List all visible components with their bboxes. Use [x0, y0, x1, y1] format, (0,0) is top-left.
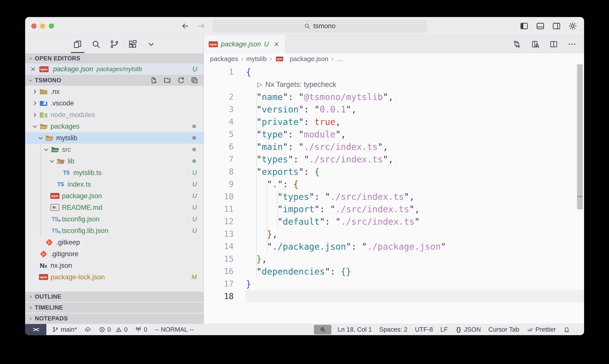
status-language-mode[interactable]: {}JSON [455, 326, 481, 333]
code-line-15[interactable]: 15 }, [204, 253, 584, 265]
code-line-4[interactable]: 4 "private": true, [204, 116, 584, 128]
tree-item-gitkeep[interactable]: .gitkeep [25, 236, 203, 248]
new-file-button[interactable] [150, 76, 158, 84]
activity-item-source-control[interactable] [109, 35, 119, 53]
codelens-row[interactable]: ▷Nx Targets: typecheck [204, 78, 584, 91]
close-editor-icon[interactable] [30, 66, 36, 72]
scrollbar-thumb[interactable] [577, 64, 583, 196]
more-actions-button[interactable] [568, 39, 577, 49]
open-editor-item[interactable]: npm package.json packages/mytslib U [25, 64, 203, 75]
status-cursor-position[interactable]: Ln 18, Col 1 [337, 326, 372, 333]
tree-item-package-lock-json[interactable]: npmpackage-lock.jsonM [25, 271, 203, 283]
code-line-9[interactable]: 9 ".": { [204, 178, 584, 190]
status-formatter[interactable]: Prettier [527, 326, 556, 333]
status-zoom-indicator[interactable] [314, 325, 331, 335]
collapse-folders-button[interactable] [190, 76, 199, 84]
code-line-14[interactable]: 14 "./package.json": "./package.json" [204, 240, 584, 253]
activity-item-more-views[interactable] [146, 35, 156, 53]
new-folder-button[interactable] [163, 76, 171, 84]
forward-button[interactable] [197, 22, 206, 30]
code-editor[interactable]: 1{▷Nx Targets: typecheck2 "name": "@tsmo… [204, 64, 584, 324]
close-tab-icon[interactable] [273, 41, 280, 48]
tree-item-packages[interactable]: packages [25, 120, 203, 132]
code-line-12[interactable]: 12 "default": "./src/index.ts" [204, 215, 584, 228]
open-editors-header[interactable]: OPEN EDITORS [25, 53, 203, 64]
tree-item-lib[interactable]: lib [25, 155, 203, 167]
refresh-explorer-button[interactable] [177, 76, 185, 84]
code-line-18[interactable]: 18 [204, 290, 584, 302]
codelens-action[interactable]: ▷Nx Targets: typecheck [246, 80, 336, 89]
code-line-16[interactable]: 16 "dependencies": {} [204, 265, 584, 278]
back-button[interactable] [181, 22, 190, 30]
tab-package-json[interactable]: npm package.json U [204, 35, 285, 53]
tree-item-tsconfig-json[interactable]: TS⚙tsconfig.jsonU [25, 213, 203, 225]
tree-item-node-modules[interactable]: JSnode_modules [25, 109, 203, 120]
status-encoding[interactable]: UTF-8 [415, 326, 433, 333]
code-line-17[interactable]: 17} [204, 278, 584, 290]
tree-item-nx[interactable]: .nx [25, 86, 203, 97]
close-window-button[interactable] [31, 23, 37, 29]
open-changes-editor-button[interactable] [531, 39, 540, 49]
tree-item-nx-json[interactable]: Nxnx.json [25, 260, 203, 271]
status-eol[interactable]: LF [440, 326, 448, 333]
command-center-search[interactable]: tsmono [213, 20, 426, 32]
tree-item-package-json[interactable]: npmpackage.jsonU [25, 190, 203, 202]
layout-panel-icon[interactable] [535, 21, 545, 31]
status-notifications[interactable] [563, 326, 570, 333]
status-ports[interactable]: 0 [135, 326, 147, 333]
outline-section[interactable]: OUTLINE [25, 292, 203, 302]
code-line-10[interactable]: 10 "types": "./src/index.ts", [204, 190, 584, 203]
breadcrumb-item-package-json[interactable]: package.json [290, 55, 328, 63]
code-line-11[interactable]: 11 "import": "./src/index.ts", [204, 203, 584, 215]
gear-icon[interactable] [568, 21, 578, 31]
code-line-8[interactable]: 8 "exports": { [204, 165, 584, 178]
chevron-down-icon[interactable] [37, 134, 44, 142]
status-vim-mode[interactable]: -- NORMAL -- [155, 326, 194, 333]
status-cursor-tab[interactable]: Cursor Tab [488, 326, 519, 333]
tree-item-tsconfig-lib-json[interactable]: TS⚙tsconfig.lib.jsonU [25, 225, 203, 236]
activity-item-search[interactable] [91, 35, 101, 53]
timeline-section[interactable]: TIMELINE [25, 302, 203, 313]
notepads-section[interactable]: NOTEPADS [25, 313, 203, 324]
breadcrumb-item-[interactable]: … [337, 55, 343, 63]
tree-item-vscode[interactable]: .vscode [25, 97, 203, 109]
code-line-13[interactable]: 13 }, [204, 228, 584, 240]
status-indentation[interactable]: Spaces: 2 [379, 326, 408, 333]
chevron-right-icon[interactable] [31, 88, 39, 96]
status-errors[interactable]: 0 [99, 326, 111, 333]
chevron-down-icon[interactable] [31, 122, 39, 130]
code-line-2[interactable]: 2 "name": "@tsmono/mytslib", [204, 91, 584, 103]
editor-scrollbar[interactable] [577, 64, 583, 209]
chevron-right-icon[interactable] [31, 111, 39, 119]
layout-sidebar-left-icon[interactable] [519, 21, 529, 31]
tree-item-index-ts[interactable]: TSindex.tsU [25, 179, 203, 190]
tree-item-src[interactable]: </>src [25, 144, 203, 155]
code-line-3[interactable]: 3 "version": "0.0.1", [204, 103, 584, 116]
tree-item-mytslib[interactable]: mytslib [25, 132, 203, 144]
code-line-7[interactable]: 7 "types": "./src/index.ts", [204, 153, 584, 165]
breadcrumb-item-mytslib[interactable]: mytslib [246, 55, 267, 63]
layout-sidebar-right-icon[interactable] [552, 21, 561, 31]
tree-item-readme-md[interactable]: M↓README.mdU [25, 202, 203, 213]
tree-item-mytslib-ts[interactable]: TSmytslib.tsU [25, 167, 203, 179]
tree-item-gitignore[interactable]: .gitignore [25, 248, 203, 260]
chevron-right-icon[interactable] [31, 99, 39, 107]
status-git-branch[interactable]: main* [52, 326, 77, 333]
split-editor-button[interactable] [549, 39, 558, 49]
activity-item-explorer[interactable] [73, 35, 83, 53]
code-line-5[interactable]: 5 "type": "module", [204, 128, 584, 141]
project-section-header[interactable]: TSMONO [25, 75, 203, 86]
activity-item-extensions[interactable] [128, 35, 138, 53]
status-warnings[interactable]: 0 [115, 326, 128, 333]
maximize-window-button[interactable] [49, 23, 54, 29]
chevron-down-icon[interactable] [48, 157, 56, 165]
compare-changes-button[interactable] [512, 39, 521, 49]
status-remote-indicator[interactable]: >< [25, 324, 46, 335]
minimize-window-button[interactable] [40, 23, 45, 29]
scrollbar-thumb-lower[interactable] [577, 197, 583, 209]
chevron-down-icon[interactable] [42, 146, 50, 154]
breadcrumb-item-packages[interactable]: packages [210, 55, 238, 63]
code-line-1[interactable]: 1{ [204, 66, 584, 78]
code-line-6[interactable]: 6 "main": "./src/index.ts", [204, 141, 584, 153]
status-sync-changes[interactable] [84, 326, 91, 333]
